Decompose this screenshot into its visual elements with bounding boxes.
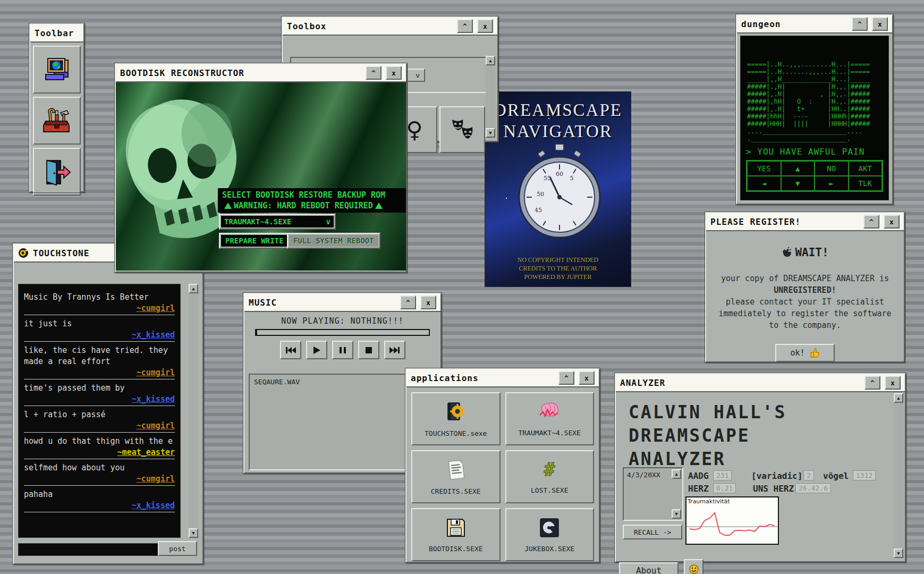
bootdisk-close-button[interactable]: x: [386, 66, 402, 80]
app-tile-label: TRAUMAKT~4.SEXE: [519, 429, 581, 437]
next-track-button[interactable]: [384, 341, 405, 359]
dungeon-button-arrow[interactable]: ▼: [781, 176, 815, 191]
dungeon-button-akt[interactable]: AKT: [849, 161, 883, 176]
play-button[interactable]: [306, 341, 327, 359]
chat-message-user[interactable]: ~meat_easter: [24, 447, 175, 458]
analyzer-close-button[interactable]: x: [885, 376, 901, 390]
svg-text:#: #: [544, 460, 555, 480]
music-progress-bar[interactable]: [255, 329, 430, 336]
dungeon-button-arrow[interactable]: ◄: [747, 176, 781, 191]
register-window: PLEASE REGISTER! ^ x WAIT! your copy of …: [705, 212, 905, 362]
recall-button[interactable]: RECALL ->: [623, 525, 682, 539]
scroll-up-icon[interactable]: ▲: [894, 393, 903, 403]
analyzer-date-list[interactable]: 4/3/20XX ▲ ▼: [623, 467, 683, 521]
dungeon-button-yes[interactable]: YES: [747, 161, 781, 176]
toolbox-title: Toolbox: [287, 21, 326, 31]
toolbox-minimize-button[interactable]: ^: [457, 19, 473, 33]
applications-minimize-button[interactable]: ^: [558, 371, 574, 385]
music-titlebar[interactable]: MUSIC ^ x: [244, 294, 440, 312]
analyzer-scrollbar[interactable]: ▲ ▼: [893, 393, 904, 558]
chat-message-user[interactable]: ~cumgirl: [24, 303, 175, 314]
chat-message-user[interactable]: ~cumgirl: [24, 367, 175, 378]
register-titlebar[interactable]: PLEASE REGISTER! ^ x: [706, 213, 904, 231]
svg-text:45: 45: [535, 207, 542, 214]
touchstone-scrollbar[interactable]: ▲ ▼: [189, 284, 198, 538]
exit-button[interactable]: [33, 148, 81, 196]
toolbox-scrollbar[interactable]: ▲ ▼: [486, 56, 495, 138]
prepare-write-button[interactable]: PREPARE WRITE: [219, 233, 290, 249]
music-minimize-button[interactable]: ^: [400, 296, 416, 309]
toolbox-button[interactable]: [33, 97, 81, 145]
dungeon-button-grid: YES▲NOAKT◄▼►TLK: [746, 160, 883, 192]
dungeon-titlebar[interactable]: dungeon ^ x: [737, 15, 892, 33]
app-tile-traumakt-4-sexe[interactable]: TRAUMAKT~4.SEXE: [505, 392, 595, 445]
scroll-up-icon[interactable]: ▲: [189, 284, 198, 293]
variadic-value: 2: [803, 470, 814, 480]
register-minimize-button[interactable]: ^: [863, 215, 879, 229]
brain-icon: [538, 401, 561, 425]
scroll-down-icon[interactable]: ▼: [189, 528, 198, 538]
app-tile-credits-sexe[interactable]: CREDITS.SEXE: [411, 450, 501, 503]
smiley-button[interactable]: [684, 559, 703, 574]
register-close-button[interactable]: x: [884, 215, 900, 229]
scroll-down-icon[interactable]: ▼: [672, 509, 681, 519]
scroll-down-icon[interactable]: ▼: [486, 128, 495, 138]
pause-button[interactable]: [332, 341, 353, 359]
touchstone-app-icon: [18, 248, 29, 258]
app-tile-lost-sexe[interactable]: #LOST.SEXE: [505, 450, 595, 503]
music-controls: [244, 341, 440, 359]
dungeon-button-arrow[interactable]: ▲: [781, 161, 815, 176]
touchstone-window: TOUCHSTONE ? ^ x Music By Trannys Is Bet…: [13, 243, 204, 564]
computer-button[interactable]: [33, 46, 81, 94]
scroll-down-icon[interactable]: ▼: [894, 548, 903, 558]
applications-grid: TOUCHSTONE.sexeTRAUMAKT~4.SEXECREDITS.SE…: [406, 387, 599, 566]
navigator-footer-line: NO COPYRIGHT INTENDED: [485, 256, 631, 264]
dungeon-minimize-button[interactable]: ^: [852, 17, 868, 31]
dungeon-button-tlk[interactable]: TLK: [849, 176, 883, 191]
music-playlist[interactable]: SEQAURE.WAV: [249, 374, 426, 470]
bootdisk-rom-dropdown[interactable]: TRAUMAKT~4.SEXE v: [219, 214, 336, 230]
playlist-track[interactable]: SEQAURE.WAV: [250, 375, 425, 389]
stop-button[interactable]: [358, 341, 379, 359]
computer-icon: [41, 54, 72, 85]
dungeon-button-arrow[interactable]: ►: [815, 176, 849, 191]
stopwatch-icon: 60555 5045: [517, 143, 602, 244]
bootdisk-titlebar[interactable]: BOOTDISK RECONSTRUCTOR ^ x: [116, 64, 406, 82]
about-button[interactable]: About: [619, 562, 679, 574]
register-body: WAIT! your copy of DREAMSCAPE ANALYZER i…: [706, 231, 904, 369]
analyzer-minimize-button[interactable]: ^: [864, 376, 880, 390]
touchstone-message-input[interactable]: [18, 543, 158, 556]
applications-close-button[interactable]: x: [579, 371, 595, 385]
scroll-up-icon[interactable]: ▲: [486, 56, 495, 65]
date-list-scrollbar[interactable]: ▲ ▼: [672, 469, 681, 519]
app-tile-jukebox-sexe[interactable]: JUKEBOX.SEXE: [505, 508, 595, 561]
play-icon: [312, 346, 321, 354]
full-system-reboot-button[interactable]: FULL SYSTEM REBOOT: [287, 233, 380, 249]
chat-message-user[interactable]: ~x_kissed: [24, 330, 175, 340]
toolbox-close-button[interactable]: x: [477, 19, 493, 33]
dungeon-button-no[interactable]: NO: [815, 161, 849, 176]
applications-titlebar[interactable]: applications ^ x: [406, 369, 599, 387]
touchstone-post-button[interactable]: post: [158, 541, 197, 556]
chat-message: howd u do that thign with the e~meat_eas…: [24, 436, 175, 459]
toolbar-body: [30, 46, 83, 196]
register-ok-button[interactable]: ok!: [775, 344, 834, 362]
dungeon-close-button[interactable]: x: [872, 17, 888, 31]
bootdisk-minimize-button[interactable]: ^: [366, 66, 382, 80]
music-close-button[interactable]: x: [420, 296, 436, 309]
toolbox-titlebar[interactable]: Toolbox ^ x: [283, 18, 497, 36]
chat-message-text: pahaha: [24, 489, 175, 500]
toolbar-titlebar[interactable]: Toolbar: [30, 24, 83, 43]
chat-message-user[interactable]: ~x_kissed: [24, 394, 175, 404]
previous-track-button[interactable]: [280, 341, 301, 359]
app-tile-bootdisk-sexe[interactable]: BOOTDISK.SEXE: [411, 508, 501, 561]
app-tile-touchstone-sexe[interactable]: TOUCHSTONE.sexe: [411, 392, 501, 445]
chat-message-user[interactable]: ~cumgirl: [24, 420, 175, 431]
scroll-up-icon[interactable]: ▲: [672, 469, 681, 479]
chat-message-user[interactable]: ~cumgirl: [24, 474, 175, 484]
app-tile-label: JUKEBOX.SEXE: [524, 545, 574, 553]
register-title: PLEASE REGISTER!: [710, 217, 801, 227]
masks-tool-button[interactable]: [439, 106, 485, 153]
chat-message-user[interactable]: ~x_kissed: [24, 500, 175, 511]
analyzer-titlebar[interactable]: ANALYZER ^ x: [616, 374, 905, 392]
